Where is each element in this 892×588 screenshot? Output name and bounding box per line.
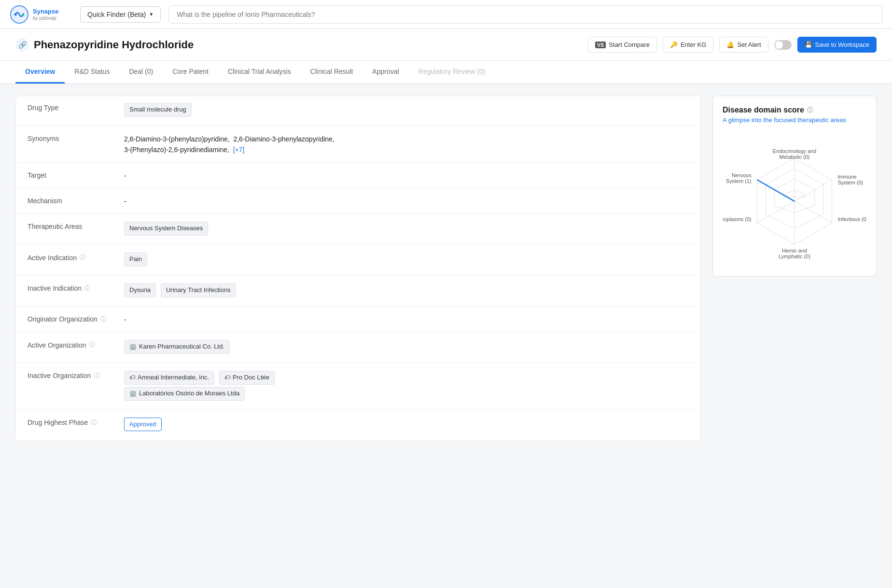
overview-data-section: Drug Type Small molecule drug Synonyms 2… — [15, 96, 701, 441]
save-workspace-button[interactable]: 💾 Save to Workspace — [797, 37, 877, 53]
originator-org-row: Originator Organization ⓘ - — [16, 308, 700, 332]
svg-text:Lymphatic (0): Lymphatic (0) — [779, 253, 810, 259]
active-indication-row: Active Indication ⓘ Pain — [16, 246, 700, 276]
alert-toggle[interactable] — [774, 40, 792, 50]
active-org-value: 🏢 Karen Pharmaceutical Co. Ltd. — [124, 340, 689, 356]
main-content: Drug Type Small molecule drug Synonyms 2… — [0, 84, 892, 585]
tab-overview[interactable]: Overview — [15, 61, 65, 84]
drug-highest-phase-tag: Approved — [124, 418, 162, 432]
originator-org-label: Originator Organization ⓘ — [28, 314, 124, 323]
inactive-indication-info-icon: ⓘ — [84, 284, 90, 293]
inactive-org-value: 🏷 Amneal Intermediate, Inc. 🏷 Pro Doc Lt… — [124, 371, 689, 403]
synonyms-row: Synonyms 2,6-Diamino-3-(phenylazo)pyridi… — [16, 127, 700, 163]
drug-highest-phase-label: Drug Highest Phase ⓘ — [28, 418, 124, 427]
active-indication-info-icon: ⓘ — [80, 253, 85, 262]
tab-clinical-result[interactable]: Clinical Result — [301, 61, 363, 84]
left-panel: Drug Type Small molecule drug Synonyms 2… — [15, 96, 701, 574]
synonyms-label: Synonyms — [28, 134, 124, 142]
inactive-indication-tag-1: Dysuria — [124, 283, 156, 297]
kg-icon: 🔑 — [670, 41, 678, 48]
synonyms-more-link[interactable]: [+7] — [233, 146, 245, 154]
inactive-indication-label: Inactive Indication ⓘ — [28, 283, 124, 293]
compare-icon: VS — [595, 42, 606, 48]
chevron-down-icon: ▼ — [149, 12, 153, 17]
synonyms-value: 2,6-Diamino-3-(phenylazo)pyridine, 2,6-D… — [124, 134, 689, 155]
disease-domain-card: Disease domain score ⓘ A glimpse into th… — [712, 96, 877, 277]
start-compare-button[interactable]: VS Start Compare — [588, 37, 657, 53]
mechanism-value: - — [124, 196, 689, 207]
disease-domain-radar: Endocrinology and Metabolic (0) Immune S… — [723, 131, 866, 266]
active-indication-value: Pain — [124, 252, 689, 268]
org-generic-icon-2: 🏷 — [224, 373, 230, 382]
svg-text:Immune: Immune — [837, 174, 856, 180]
therapeutic-areas-value: Nervous System Diseases — [124, 222, 689, 238]
svg-line-11 — [757, 201, 794, 223]
save-icon: 💾 — [805, 41, 812, 48]
logo-sub: by patsnap — [33, 15, 58, 21]
tab-approval[interactable]: Approval — [362, 61, 408, 84]
active-org-tag-1: 🏢 Karen Pharmaceutical Co. Ltd. — [124, 340, 230, 354]
search-input[interactable] — [168, 5, 882, 24]
active-indication-label: Active Indication ⓘ — [28, 252, 124, 262]
tab-clinical-trial[interactable]: Clinical Trial Analysis — [218, 61, 301, 84]
svg-point-1 — [14, 13, 17, 15]
drug-type-value: Small molecule drug — [124, 103, 689, 119]
alert-icon: 🔔 — [726, 41, 734, 48]
disease-domain-title: Disease domain score ⓘ — [723, 106, 866, 114]
svg-line-9 — [794, 201, 832, 223]
active-indication-tag: Pain — [124, 252, 147, 266]
tab-rd-status[interactable]: R&D Status — [65, 61, 119, 84]
originator-org-info-icon: ⓘ — [100, 315, 106, 323]
inactive-org-tag-3: 🏢 Laboratórios Osório de Moraes Ltda — [124, 387, 245, 401]
svg-line-8 — [794, 180, 832, 201]
active-org-label: Active Organization ⓘ — [28, 340, 124, 349]
disease-domain-subtitle: A glimpse into the focused therapeutic a… — [723, 116, 866, 124]
drug-type-label: Drug Type — [28, 103, 124, 112]
mechanism-row: Mechanism - — [16, 189, 700, 214]
logo-area: Synapse by patsnap — [10, 5, 72, 24]
tab-core-patent[interactable]: Core Patent — [163, 61, 218, 84]
set-alert-button[interactable]: 🔔 Set Alert — [719, 37, 768, 53]
svg-text:Endocrinology and: Endocrinology and — [773, 148, 816, 154]
tab-deal[interactable]: Deal (0) — [119, 61, 163, 84]
disease-domain-info-icon: ⓘ — [807, 106, 813, 114]
svg-line-14 — [757, 180, 794, 201]
active-org-info-icon: ⓘ — [89, 341, 95, 349]
drug-highest-phase-value: Approved — [124, 418, 689, 434]
svg-text:Hemic and: Hemic and — [782, 248, 807, 253]
top-navigation: Synapse by patsnap Quick Finder (Beta) ▼ — [0, 0, 892, 29]
svg-point-2 — [22, 13, 25, 15]
drug-link-icon: 🔗 — [15, 38, 29, 52]
enter-kg-button[interactable]: 🔑 Enter KG — [663, 37, 713, 53]
therapeutic-areas-label: Therapeutic Areas — [28, 222, 124, 230]
org-company-icon: 🏢 — [129, 342, 137, 351]
therapeutic-areas-row: Therapeutic Areas Nervous System Disease… — [16, 215, 700, 245]
tab-regulatory-review[interactable]: Regulatory Review (0) — [409, 61, 495, 84]
inactive-org-tag-2: 🏷 Pro Doc Ltée — [219, 371, 275, 385]
radar-chart-container: Endocrinology and Metabolic (0) Immune S… — [723, 131, 866, 266]
drug-type-tag: Small molecule drug — [124, 103, 192, 117]
drug-highest-phase-row: Drug Highest Phase ⓘ Approved — [16, 411, 700, 440]
drug-name: Phenazopyridine Hydrochloride — [34, 39, 194, 51]
inactive-indication-value: Dysuria Urinary Tract Infections — [124, 283, 689, 299]
svg-text:Infectious (0): Infectious (0) — [837, 216, 866, 222]
svg-text:System (1): System (1) — [726, 178, 752, 184]
svg-text:Neoplasms (0): Neoplasms (0) — [723, 216, 752, 222]
svg-text:Metabolic (0): Metabolic (0) — [779, 154, 809, 160]
svg-text:Nervous: Nervous — [732, 172, 752, 178]
target-row: Target - — [16, 164, 700, 188]
quick-finder-button[interactable]: Quick Finder (Beta) ▼ — [80, 6, 161, 23]
svg-text:System (0): System (0) — [837, 180, 863, 185]
drug-title-area: 🔗 Phenazopyridine Hydrochloride — [15, 38, 580, 52]
drug-highest-phase-info-icon: ⓘ — [91, 419, 97, 427]
tabs-bar: Overview R&D Status Deal (0) Core Patent… — [0, 61, 892, 84]
originator-org-value: - — [124, 314, 689, 325]
inactive-org-tag-1: 🏷 Amneal Intermediate, Inc. — [124, 371, 214, 385]
header-actions: VS Start Compare 🔑 Enter KG 🔔 Set Alert … — [588, 37, 877, 53]
target-label: Target — [28, 170, 124, 179]
drug-type-row: Drug Type Small molecule drug — [16, 96, 700, 126]
target-value: - — [124, 170, 689, 181]
inactive-org-info-icon: ⓘ — [94, 372, 100, 380]
active-org-row: Active Organization ⓘ 🏢 Karen Pharmaceut… — [16, 333, 700, 363]
logo-text: Synapse — [33, 8, 58, 15]
